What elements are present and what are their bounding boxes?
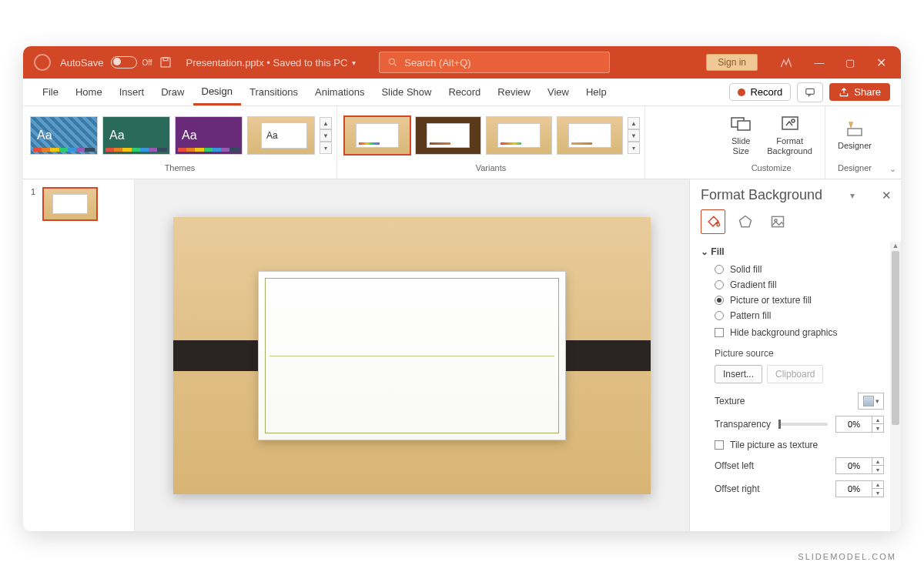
autosave-toggle[interactable] — [111, 56, 137, 69]
svg-point-2 — [390, 59, 395, 64]
offset-right-label: Offset right — [715, 483, 759, 494]
transparency-label: Transparency — [715, 419, 771, 430]
tab-insert[interactable]: Insert — [111, 79, 153, 105]
variant-option-2[interactable] — [415, 116, 481, 155]
texture-dropdown[interactable]: ▾ — [858, 393, 884, 410]
theme-option-2[interactable]: Aa — [102, 116, 170, 155]
format-background-panel: Format Background ▾ ✕ ▲ ⌄ Fill Solid fil… — [689, 179, 901, 531]
texture-swatch-icon — [863, 396, 874, 406]
panel-tab-fill[interactable] — [701, 209, 725, 234]
theme-option-4[interactable]: Aa — [247, 116, 315, 155]
pattern-fill-radio[interactable]: Pattern fill — [701, 308, 898, 323]
svg-rect-10 — [772, 216, 784, 226]
themes-up-button[interactable]: ▲ — [320, 117, 332, 129]
panel-body: ▲ ⌄ Fill Solid fill Gradient fill Pictur… — [690, 242, 901, 531]
collapse-ribbon-button[interactable]: ⌄ — [884, 106, 901, 179]
slide-thumbnail-1[interactable] — [42, 187, 98, 221]
tab-help[interactable]: Help — [578, 79, 615, 105]
themes-down-button[interactable]: ▼ — [320, 129, 332, 142]
search-input[interactable]: Search (Alt+Q) — [379, 52, 610, 73]
slide-title-placeholder[interactable] — [258, 271, 566, 440]
tab-animations[interactable]: Animations — [306, 79, 373, 105]
designer-button[interactable]: Designer — [830, 119, 879, 151]
title-dropdown-icon[interactable]: ▾ — [352, 59, 356, 67]
transparency-slider[interactable] — [778, 423, 828, 426]
tab-view[interactable]: View — [539, 79, 578, 105]
tab-review[interactable]: Review — [489, 79, 539, 105]
tab-draw[interactable]: Draw — [152, 79, 192, 105]
designer-icon — [845, 119, 865, 138]
svg-rect-0 — [161, 58, 170, 67]
variant-option-1[interactable] — [344, 116, 410, 155]
offset-left-spinner[interactable]: ▲▼ — [835, 457, 884, 474]
variants-up-button[interactable]: ▲ — [628, 117, 640, 129]
minimize-button[interactable]: — — [804, 57, 835, 69]
panel-tab-picture[interactable] — [765, 209, 790, 234]
variants-group: ▲ ▼ ▾ Variants — [337, 106, 645, 179]
slide-size-button[interactable]: Slide Size — [722, 115, 759, 156]
offset-right-spinner[interactable]: ▲▼ — [835, 480, 884, 497]
variants-down-button[interactable]: ▼ — [628, 129, 640, 142]
pentagon-icon — [738, 214, 753, 229]
variants-group-label: Variants — [342, 162, 640, 176]
variant-option-4[interactable] — [557, 116, 623, 155]
gradient-fill-radio[interactable]: Gradient fill — [701, 277, 898, 293]
insert-picture-button[interactable]: Insert... — [715, 365, 762, 383]
sign-in-button[interactable]: Sign in — [706, 54, 758, 71]
maximize-button[interactable]: ▢ — [835, 57, 865, 69]
draw-mode-icon[interactable] — [779, 55, 793, 69]
variants-gallery-scroll: ▲ ▼ ▾ — [628, 117, 640, 154]
tab-transitions[interactable]: Transitions — [241, 79, 306, 105]
tab-file[interactable]: File — [34, 79, 67, 105]
variants-more-button[interactable]: ▾ — [628, 142, 640, 154]
svg-rect-8 — [848, 129, 862, 135]
share-icon — [839, 87, 849, 98]
save-icon[interactable] — [159, 55, 172, 69]
themes-group-label: Themes — [28, 162, 332, 176]
picture-icon — [770, 214, 785, 229]
variant-option-3[interactable] — [486, 116, 552, 155]
slide-canvas[interactable] — [135, 179, 689, 531]
solid-fill-radio[interactable]: Solid fill — [701, 262, 898, 277]
share-button[interactable]: Share — [829, 83, 890, 101]
theme-option-1[interactable]: Aa — [30, 116, 98, 155]
panel-menu-icon[interactable]: ▾ — [850, 190, 855, 201]
offset-left-label: Offset left — [715, 460, 754, 471]
hide-bg-checkbox[interactable]: Hide background graphics — [701, 323, 898, 342]
panel-close-button[interactable]: ✕ — [882, 189, 892, 202]
autosave-state: Off — [142, 59, 152, 67]
tile-checkbox[interactable]: Tile picture as texture — [701, 436, 898, 454]
tab-home[interactable]: Home — [67, 79, 111, 105]
designer-group-label: Designer — [830, 162, 879, 176]
theme-option-3[interactable]: Aa — [175, 116, 243, 155]
format-background-button[interactable]: Format Background — [759, 115, 820, 156]
search-icon — [387, 57, 398, 68]
panel-scrollbar[interactable]: ▲ — [890, 242, 901, 531]
themes-gallery-scroll: ▲ ▼ ▾ — [320, 117, 332, 154]
autosave-label: AutoSave — [60, 57, 103, 69]
app-window: AutoSave Off Presentation.pptx • Saved t… — [23, 46, 901, 531]
tab-slideshow[interactable]: Slide Show — [373, 79, 440, 105]
picture-fill-radio[interactable]: Picture or texture fill — [701, 293, 898, 308]
picture-source-label: Picture source — [701, 342, 898, 362]
ribbon-tabs: File Home Insert Draw Design Transitions… — [23, 79, 901, 106]
current-slide[interactable] — [173, 217, 651, 494]
tab-design[interactable]: Design — [193, 79, 241, 105]
close-button[interactable]: ✕ — [865, 55, 896, 70]
slide-thumbnails-panel: 1 — [23, 179, 135, 531]
comments-button[interactable] — [797, 82, 823, 102]
themes-more-button[interactable]: ▾ — [320, 142, 332, 154]
document-title: Presentation.pptx • Saved to this PC — [186, 57, 348, 69]
comment-icon — [804, 87, 816, 98]
format-bg-icon — [780, 115, 800, 133]
record-button[interactable]: Record — [729, 83, 791, 101]
transparency-spinner[interactable]: ▲▼ — [835, 416, 884, 433]
tab-record[interactable]: Record — [440, 79, 489, 105]
fill-section-header[interactable]: ⌄ Fill — [701, 242, 898, 262]
app-icon — [34, 54, 51, 71]
work-area: 1 Format Background ▾ ✕ — [23, 179, 901, 531]
svg-marker-9 — [740, 216, 752, 227]
clipboard-button: Clipboard — [767, 365, 823, 383]
ribbon: Aa Aa Aa Aa ▲ ▼ ▾ Themes ▲ ▼ — [23, 106, 901, 179]
panel-tab-effects[interactable] — [733, 209, 758, 234]
